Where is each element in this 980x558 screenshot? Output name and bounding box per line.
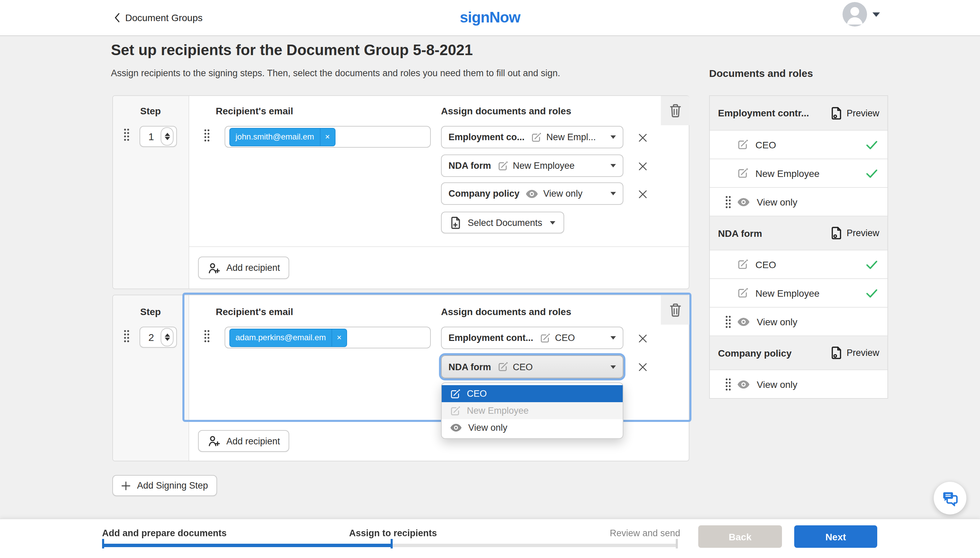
role-option-label: CEO bbox=[467, 389, 487, 399]
edit-role-icon bbox=[531, 132, 542, 143]
document-name: Company policy bbox=[718, 347, 791, 358]
spinner-up-icon[interactable] bbox=[164, 133, 170, 136]
edit-role-icon bbox=[497, 160, 508, 171]
chat-icon bbox=[942, 490, 959, 506]
add-signing-step-button[interactable]: Add Signing Step bbox=[112, 475, 217, 496]
delete-step-button[interactable] bbox=[661, 295, 689, 325]
step-spinner[interactable] bbox=[161, 328, 174, 346]
back-button[interactable]: Back bbox=[698, 525, 782, 548]
drag-handle-icon[interactable] bbox=[204, 129, 210, 142]
edit-role-icon bbox=[539, 332, 550, 343]
role-label: CEO bbox=[755, 259, 776, 270]
drag-handle-icon[interactable] bbox=[719, 195, 737, 208]
doc-role-select[interactable]: NDA form New Employee bbox=[441, 154, 624, 177]
doc-role-select[interactable]: Employment cont... CEO bbox=[441, 327, 624, 349]
remove-doc-button[interactable] bbox=[635, 159, 650, 174]
drag-handle-icon[interactable] bbox=[123, 329, 130, 343]
recipient-email-label: Recipient's email bbox=[216, 105, 293, 117]
x-icon bbox=[637, 161, 648, 171]
progress-tick bbox=[676, 539, 678, 548]
drag-handle-icon[interactable] bbox=[204, 329, 210, 343]
step-column: Step 1 bbox=[113, 96, 189, 289]
role-option-label: New Employee bbox=[467, 405, 529, 416]
role-name: View only bbox=[543, 189, 583, 199]
drag-handle-icon[interactable] bbox=[123, 128, 130, 141]
step-number-input[interactable]: 2 bbox=[140, 327, 177, 348]
next-button[interactable]: Next bbox=[794, 525, 877, 548]
spinner-down-icon[interactable] bbox=[164, 137, 170, 140]
remove-doc-button[interactable] bbox=[635, 359, 650, 374]
recipient-email-input[interactable]: john.smith@email.em × bbox=[225, 126, 431, 148]
email-chip-remove[interactable]: × bbox=[332, 329, 346, 346]
edit-role-icon bbox=[497, 361, 508, 372]
caret-down-icon bbox=[611, 336, 616, 340]
preview-label: Preview bbox=[847, 228, 879, 238]
plus-icon bbox=[121, 481, 131, 490]
progress-bar-remaining bbox=[392, 544, 678, 547]
spinner-up-icon[interactable] bbox=[164, 333, 170, 337]
doc-role-select[interactable]: Employment co... New Empl... bbox=[441, 126, 624, 148]
role-row: CEO bbox=[710, 250, 888, 278]
role-name: CEO bbox=[513, 362, 533, 372]
role-option-selected[interactable]: CEO bbox=[442, 385, 623, 402]
step-spinner[interactable] bbox=[161, 127, 174, 146]
role-row: New Employee bbox=[710, 159, 888, 187]
recipient-email-input[interactable]: adam.perkins@email.em × bbox=[225, 327, 431, 348]
doc-role-select[interactable]: Company policy View only bbox=[441, 182, 624, 205]
add-recipient-button[interactable]: Add recipient bbox=[198, 256, 289, 279]
doc-name: NDA form bbox=[448, 161, 491, 171]
step-number-input[interactable]: 1 bbox=[140, 126, 177, 147]
support-chat-button[interactable] bbox=[934, 482, 966, 514]
role-row: New Employee bbox=[710, 278, 888, 307]
email-chip-remove[interactable]: × bbox=[320, 128, 335, 145]
preview-button[interactable]: Preview bbox=[831, 107, 879, 120]
x-icon bbox=[637, 333, 648, 343]
step-label: Step bbox=[140, 306, 161, 317]
document-group-header: Employment contr... Preview bbox=[710, 96, 888, 130]
page-title: Set up recipients for the Document Group… bbox=[111, 41, 473, 59]
progress-footer: Add and prepare documents Assign to reci… bbox=[0, 519, 980, 558]
doc-name: Employment cont... bbox=[448, 333, 533, 343]
select-documents-button[interactable]: Select Documents bbox=[441, 212, 564, 233]
progress-tick bbox=[102, 539, 104, 548]
role-label: View only bbox=[757, 379, 797, 390]
drag-handle-icon[interactable] bbox=[719, 315, 737, 328]
email-chip-text: john.smith@email.em bbox=[230, 132, 320, 141]
step-number: 2 bbox=[148, 332, 161, 343]
role-label: View only bbox=[757, 196, 797, 207]
signnow-logo: signNow bbox=[0, 0, 980, 35]
account-menu[interactable] bbox=[842, 2, 880, 26]
avatar bbox=[842, 2, 867, 26]
preview-button[interactable]: Preview bbox=[831, 226, 879, 240]
delete-step-button[interactable] bbox=[661, 96, 689, 125]
edit-role-icon bbox=[737, 167, 749, 179]
remove-doc-button[interactable] bbox=[635, 130, 650, 145]
role-option-disabled: New Employee bbox=[442, 402, 623, 419]
remove-doc-button[interactable] bbox=[635, 187, 650, 202]
add-recipient-label: Add recipient bbox=[226, 436, 280, 446]
person-plus-icon bbox=[207, 262, 220, 274]
view-only-eye-icon bbox=[526, 189, 538, 199]
role-label: CEO bbox=[755, 139, 776, 150]
role-option-label: View only bbox=[468, 423, 507, 433]
remove-doc-button[interactable] bbox=[635, 331, 650, 346]
role-label: New Employee bbox=[755, 287, 819, 299]
assign-label: Assign documents and roles bbox=[441, 105, 571, 117]
role-option[interactable]: View only bbox=[442, 419, 623, 436]
chevron-down-icon bbox=[872, 12, 880, 17]
spinner-down-icon[interactable] bbox=[164, 338, 170, 341]
caret-down-icon bbox=[550, 221, 555, 224]
recipient-email-label: Recipient's email bbox=[216, 306, 293, 317]
x-icon bbox=[637, 189, 648, 199]
doc-role-select-open[interactable]: NDA form CEO bbox=[441, 355, 624, 378]
preview-doc-icon bbox=[831, 346, 842, 359]
email-chip: adam.perkins@email.em × bbox=[229, 328, 347, 347]
add-recipient-button[interactable]: Add recipient bbox=[198, 430, 289, 452]
top-bar: Document Groups signNow bbox=[0, 0, 980, 36]
preview-button[interactable]: Preview bbox=[831, 346, 879, 359]
edit-role-icon bbox=[450, 405, 461, 416]
drag-handle-icon[interactable] bbox=[719, 377, 737, 391]
document-name: NDA form bbox=[718, 228, 762, 238]
edit-role-icon bbox=[737, 259, 749, 270]
edit-role-icon bbox=[737, 287, 749, 299]
